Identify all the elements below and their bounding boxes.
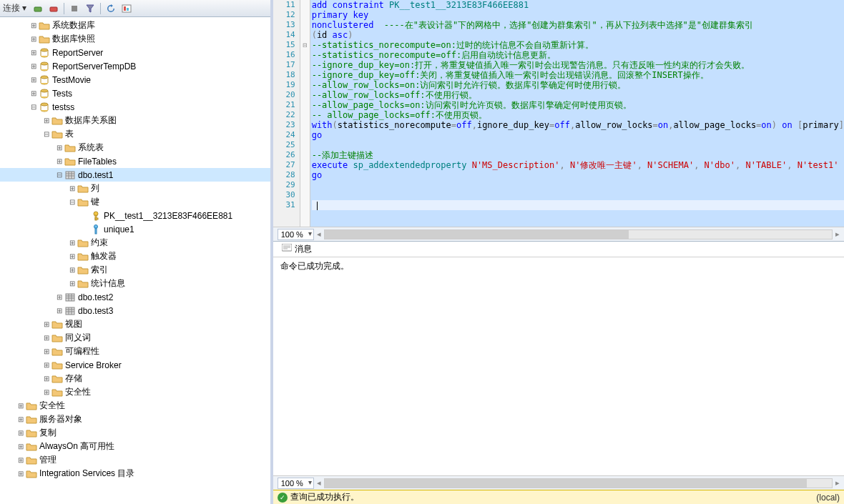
expander-icon[interactable]: ⊞ — [67, 265, 77, 275]
tree-item[interactable]: ⊞Tests — [0, 87, 270, 100]
tree-item[interactable]: ⊞统计信息 — [0, 277, 270, 290]
tree-item[interactable]: ⊞ReportServerTempDB — [0, 59, 270, 73]
svg-rect-4 — [124, 6, 126, 11]
tree-item[interactable]: unique1 — [0, 222, 270, 236]
tree-item[interactable]: ⊞列 — [0, 182, 270, 195]
connect-dropdown[interactable]: 连接 ▾ — [3, 2, 26, 14]
tree-label: 触发器 — [91, 250, 117, 262]
tree-item[interactable]: ⊞服务器对象 — [0, 412, 270, 426]
tree-label: ReportServer — [52, 48, 103, 58]
chevron-left-icon[interactable]: ◂ — [317, 229, 321, 239]
code-editor[interactable]: 1112131415161718192021222324252627282930… — [273, 0, 844, 227]
expander-icon[interactable]: ⊞ — [41, 374, 51, 384]
tree-view[interactable]: ⊞系统数据库⊞数据库快照⊞ReportServer⊞ReportServerTe… — [0, 17, 270, 504]
expander-icon[interactable]: ⊞ — [41, 387, 51, 397]
expander-icon[interactable]: ⊞ — [54, 157, 64, 167]
expander-icon[interactable]: ⊟ — [29, 102, 39, 112]
results-zoom-bar: 100 % ◂ ▸ — [273, 475, 844, 490]
chevron-right-icon[interactable]: ▸ — [835, 478, 840, 488]
fold-gutter[interactable]: ⊟ — [300, 0, 310, 227]
table-icon — [64, 169, 76, 181]
tree-item[interactable]: ⊞管理 — [0, 453, 270, 467]
tree-item[interactable]: ⊟键 — [0, 195, 270, 209]
tree-item[interactable]: ⊞复制 — [0, 426, 270, 440]
refresh-icon[interactable] — [104, 2, 118, 15]
folder-icon — [77, 197, 89, 208]
tree-item[interactable]: ⊞FileTables — [0, 154, 270, 168]
tree-item[interactable]: ⊞Service Broker — [0, 358, 270, 372]
tree-item[interactable]: ⊟testss — [0, 100, 270, 114]
horizontal-scrollbar[interactable] — [324, 229, 833, 239]
chevron-left-icon[interactable]: ◂ — [317, 478, 321, 488]
tree-item[interactable]: ⊞dbo.test2 — [0, 290, 270, 304]
expander-icon[interactable]: ⊞ — [29, 21, 39, 31]
tree-item[interactable]: ⊞存储 — [0, 372, 270, 385]
svg-rect-17 — [66, 294, 74, 301]
zoom-dropdown[interactable]: 100 % — [278, 229, 314, 240]
folder-icon — [26, 414, 37, 425]
svg-rect-2 — [72, 6, 77, 11]
report-icon[interactable] — [119, 2, 134, 15]
chevron-right-icon[interactable]: ▸ — [835, 229, 840, 239]
disconnect-icon[interactable] — [46, 2, 61, 15]
filter-icon[interactable] — [83, 2, 97, 15]
expander-icon[interactable]: ⊞ — [54, 143, 64, 153]
tree-item[interactable]: ⊟表 — [0, 127, 270, 141]
tree-item[interactable]: ⊞数据库关系图 — [0, 114, 270, 127]
horizontal-scrollbar[interactable] — [324, 478, 833, 488]
code-lines[interactable]: add constraint PK__test1__3213E83F466EE8… — [310, 0, 844, 227]
tree-item[interactable]: ⊞约束 — [0, 236, 270, 249]
expander-icon[interactable]: ⊞ — [41, 347, 51, 357]
editor-zoom-bar: 100 % ◂ ▸ — [273, 227, 844, 241]
tree-label: 同义词 — [65, 332, 91, 344]
tree-label: FileTables — [78, 157, 117, 167]
tree-item[interactable]: ⊞dbo.test3 — [0, 304, 270, 317]
tree-item[interactable]: ⊞TestMovie — [0, 73, 270, 87]
tab-messages[interactable]: 消息 — [278, 242, 316, 257]
folder-icon — [26, 428, 37, 439]
expander-icon[interactable]: ⊞ — [16, 415, 26, 425]
expander-icon[interactable]: ⊞ — [67, 238, 77, 248]
expander-icon[interactable]: ⊞ — [29, 89, 39, 99]
tree-label: 系统数据库 — [52, 19, 95, 31]
expander-icon[interactable]: ⊞ — [54, 306, 64, 316]
expander-icon[interactable]: ⊞ — [16, 401, 26, 411]
tree-item[interactable]: ⊞同义词 — [0, 331, 270, 345]
expander-icon[interactable]: ⊞ — [41, 333, 51, 343]
expander-icon[interactable]: ⊟ — [54, 170, 64, 180]
tree-item[interactable]: ⊞ReportServer — [0, 46, 270, 59]
expander-icon[interactable]: ⊞ — [29, 34, 39, 44]
expander-icon[interactable]: ⊟ — [67, 197, 77, 207]
tree-item[interactable]: ⊞系统表 — [0, 141, 270, 154]
tree-item[interactable]: ⊞安全性 — [0, 399, 270, 412]
tree-item[interactable]: ⊞系统数据库 — [0, 19, 270, 32]
tree-item[interactable]: ⊞索引 — [0, 263, 270, 277]
tree-item[interactable]: ⊞可编程性 — [0, 345, 270, 358]
tree-item[interactable]: ⊟dbo.test1 — [0, 168, 270, 182]
expander-icon[interactable]: ⊞ — [67, 184, 77, 194]
expander-icon[interactable]: ⊞ — [29, 75, 39, 85]
expander-icon[interactable]: ⊞ — [41, 320, 51, 330]
expander-icon[interactable]: ⊞ — [67, 252, 77, 262]
expander-icon[interactable]: ⊞ — [67, 279, 77, 289]
connect-icon[interactable] — [31, 2, 45, 15]
expander-icon[interactable]: ⊞ — [41, 116, 51, 126]
expander-icon[interactable]: ⊞ — [16, 442, 26, 452]
stop-icon[interactable] — [67, 2, 82, 15]
expander-icon[interactable]: ⊞ — [16, 428, 26, 438]
tree-item[interactable]: PK__test1__3213E83F466EE881 — [0, 209, 270, 222]
tree-item[interactable]: ⊞Integration Services 目录 — [0, 467, 270, 480]
expander-icon[interactable]: ⊞ — [29, 48, 39, 58]
expander-icon[interactable]: ⊟ — [41, 129, 51, 139]
tree-item[interactable]: ⊞AlwaysOn 高可用性 — [0, 440, 270, 453]
tree-item[interactable]: ⊞安全性 — [0, 385, 270, 399]
expander-icon[interactable]: ⊞ — [16, 469, 26, 479]
expander-icon[interactable]: ⊞ — [54, 292, 64, 302]
expander-icon[interactable]: ⊞ — [41, 360, 51, 370]
expander-icon[interactable]: ⊞ — [29, 61, 39, 71]
tree-item[interactable]: ⊞数据库快照 — [0, 32, 270, 46]
expander-icon[interactable]: ⊞ — [16, 455, 26, 465]
tree-item[interactable]: ⊞视图 — [0, 317, 270, 331]
zoom-dropdown[interactable]: 100 % — [278, 478, 314, 489]
tree-item[interactable]: ⊞触发器 — [0, 249, 270, 263]
